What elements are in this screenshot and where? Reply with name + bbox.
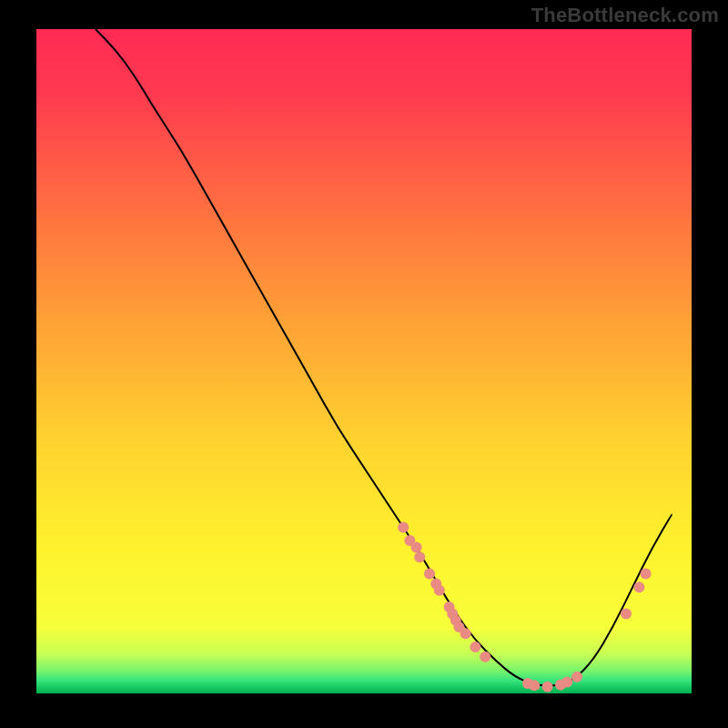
scatter-point [633,581,644,592]
scatter-point [411,541,422,552]
plot-area [36,29,692,693]
scatter-point [561,677,572,688]
scatter-point [542,682,553,693]
scatter-point [529,680,540,691]
scatter-point [641,569,652,580]
watermark-text: TheBottleneck.com [531,4,719,27]
scatter-point [470,642,480,652]
scatter-point [414,551,425,562]
scatter-point [571,672,582,682]
scatter-point [480,652,490,662]
chart-frame: TheBottleneck.com [0,0,728,728]
heatmap-background [36,29,692,693]
scatter-point [398,522,409,533]
chart-svg [36,29,692,693]
scatter-point [424,569,435,580]
scatter-point [434,585,445,596]
scatter-point [460,628,471,639]
scatter-point [621,608,632,619]
